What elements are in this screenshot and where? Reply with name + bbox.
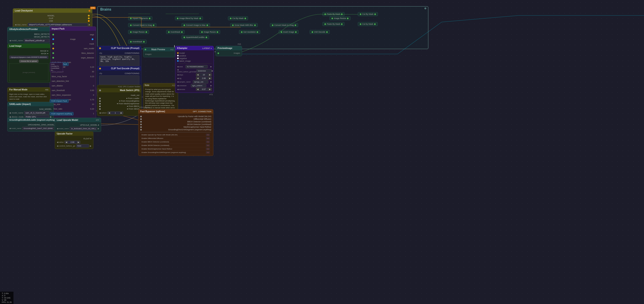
pbm1-port-in [324,13,326,15]
impact-pack-middle-body: segs image mask sam_model bbox_detector … [50,31,96,117]
mask-output-label: MASK ● [41,52,48,55]
sam-model-name-label: model_name [12,112,23,114]
cb-segm: Enable SEGM Detector (combined) no [140,144,211,147]
control-before-input[interactable] [76,144,89,148]
port-resize1-in [130,31,132,33]
row1: segs [52,33,94,36]
for-manual-header: For Manual Mode #65 [8,88,50,92]
node-image-resize-1: Image Resize [128,30,149,34]
node-cut-by-mask-right-1: Cut By Mask [358,12,378,16]
mask-preview-title: Mask Preview [151,48,165,51]
mask-switch-output-label: mask_out [131,94,139,96]
node-load-checkpoint-title: Load Checkpoint [15,9,33,12]
sampler-name-input[interactable] [193,80,208,84]
bbox-detector-label: BBOX_DETECTOR [34,33,52,35]
steps-inc[interactable]: ▶ [208,73,212,76]
clip-encode-2-header: CLIP Text Encode (Prompt) [98,66,141,71]
seed-row: ◀ seed ▶ [177,65,212,68]
cb-segm-value: no [206,144,210,147]
grounding-dino-output-row: GROUNDING_DINO_MODEL ● [9,124,56,126]
filename-wrapper [9,56,48,59]
node-convert-mask-img-1: Convert Mask to Imag [128,23,156,27]
bbox-detector-row: BBOX_DETECTOR [9,33,52,35]
sam-model-row: SAM_MODEL [9,108,52,110]
cfg-inc[interactable]: ▶ [208,77,212,80]
denoise-row: ◀ denoise ◀ 0.57 ▶ [177,88,212,91]
denoise-inc[interactable]: ▶ [208,88,212,91]
port-res-in [241,31,242,33]
row5: bbox_detector [52,52,94,54]
cfg-arrow-l: ◀ cfg [177,77,181,79]
preview-images-port [218,52,219,54]
ckpt-arrow: ▶ [89,24,90,26]
sampler-arrow-r: ▶ [210,81,212,83]
select-decrement[interactable]: ◀ [108,112,111,114]
from-mesh-label: ● From MeshGraphormer [117,103,139,105]
grounding-dino-output-label: GROUNDING_DINO_MODEL ● [28,124,56,126]
impact-pack-rows: segs image mask sam_model bbox_detector … [52,32,94,116]
select-stepper[interactable]: ◀ 1 ▶ [107,111,123,114]
status-v: V: 95 [2,299,12,301]
for-manual-body: Right click on the image, open in mask e… [8,92,50,102]
denoise-dec[interactable]: ◀ [196,88,200,91]
segm-detector-label: SEGM_DETECTOR [34,36,52,38]
filename-input[interactable] [9,56,48,59]
ckpt-field-wrapper: ◀ ckpt_name ▶ [15,23,90,26]
upscale-model-input[interactable] [70,127,97,130]
mask-preview-tag: #42 [170,48,174,51]
upscale-model-arrow-r: ▶ [98,128,99,130]
port-cmask2-out [294,24,296,26]
cb-grounding-value: no [206,151,210,154]
port-vae-out [326,31,328,33]
scheduler-input[interactable] [191,84,206,87]
model-name-label: ◀ model_name [9,39,23,42]
note-text: Prompt for what you are trying to change… [145,88,176,111]
cbmr1-port-out [374,13,376,15]
steps-dec[interactable]: ◀ [196,73,200,76]
cfg-dec[interactable]: ◀ [196,77,200,80]
fb-segm-port [140,124,142,125]
ksampler-latent-port [177,60,179,62]
ckpt-name-input[interactable] [28,23,88,26]
control-before-arrow-r: ▶ [90,145,92,147]
ksampler-positive-port [177,55,179,56]
cfg-stepper[interactable]: ◀ 2.00 ▶ [196,77,212,80]
node-load-upscale-model: Load Upscale Model #77 UPSCALE_MODEL ● ◀… [55,118,101,132]
node-load-checkpoint: Load Checkpoint MODEL CLIP VAE ◀ ckpt_na… [13,8,92,28]
grounding-dino-model-input[interactable] [22,127,54,130]
node-inpaint-segments: Inpaint Segments [128,16,152,20]
value-stepper[interactable]: ◀ 2.00 ▶ [64,141,80,144]
load-image-body: IMAGE ● MASK ● choose file to upload [im… [8,48,50,82]
node-image-blend-mask: Image Blend by Mask [175,16,203,20]
value-increment[interactable]: ▶ [77,141,80,144]
node-ksampler: KSampler LATENT ● model positive negativ… [175,46,214,93]
fast-bypasser-output-label: OPT_CONNECTION [193,111,211,113]
port-cmask2-in [272,24,274,26]
value-decrement[interactable]: ◀ [65,141,68,144]
control-before-arrow-l: ◀ [57,145,58,147]
model-name-row: ◀ model_name ▶ [9,39,52,42]
cbmr1-port-in [360,13,361,15]
model-name-input[interactable] [24,39,49,42]
control-before-gen-input[interactable] [196,69,212,73]
select-increment[interactable]: ▶ [120,112,123,114]
cb-upscale: Enable Upscale by Factor with Model (WLS… [140,133,211,137]
from-mesh-port [99,103,101,105]
clip2-input-label: clip [99,72,102,75]
fb-diff-label: Differential Diffusion [194,118,211,120]
for-manual-title: For Manual Mode [9,88,28,91]
row6: segm_detector [52,57,94,59]
seed-input[interactable] [186,65,208,68]
choose-file-button[interactable]: choose file to upload [19,60,38,63]
denoise-stepper[interactable]: ◀ 0.57 ▶ [196,88,212,91]
brains-frame: Brains Inpaint Segments Image Blend by M… [97,6,428,49]
node-180-tag: #180 segment anything [50,112,74,116]
port-invimg-in [281,31,282,33]
for-manual-tag: #65 [45,89,48,91]
sam-model-name-input[interactable] [24,111,49,115]
clip-encode-2-clip-row: clip CONDITIONING [99,72,139,75]
port-cmask1-out [153,24,154,26]
cbg-arrow-r: ▶ [212,70,213,72]
steps-stepper[interactable]: ◀ 10 ▶ [196,73,212,76]
from-mesh-row: ● From MeshGraphormer [99,103,139,105]
